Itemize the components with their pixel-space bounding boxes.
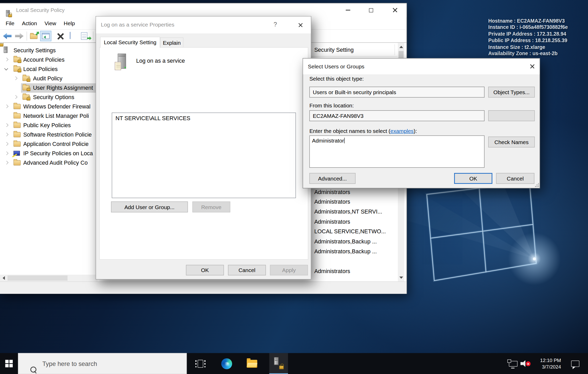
up-one-level-icon[interactable] — [30, 32, 39, 40]
info-hostname: Hostname : EC2AMAZ-FAN98V3 — [488, 18, 568, 24]
network-tray-icon[interactable] — [506, 353, 521, 374]
folder-icon — [14, 141, 21, 147]
help-button[interactable]: ? — [268, 16, 283, 33]
menu-view[interactable]: View — [41, 17, 60, 30]
horizontal-scrollbar[interactable] — [0, 275, 97, 281]
tree-item-windows-defender-firewall[interactable]: Windows Defender Firewal — [0, 102, 97, 111]
local-security-policy-taskbar-button[interactable] — [269, 353, 288, 374]
start-button[interactable] — [0, 353, 18, 374]
menu-file[interactable]: File — [2, 17, 18, 30]
app-icon — [6, 10, 12, 17]
add-user-or-group-button[interactable]: Add User or Group... — [111, 202, 188, 212]
menu-action[interactable]: Action — [18, 17, 41, 30]
menu-help[interactable]: Help — [60, 17, 79, 30]
scroll-down-button[interactable] — [398, 274, 404, 281]
folder-icon — [14, 160, 21, 165]
close-button[interactable] — [524, 59, 540, 74]
ok-button[interactable]: OK — [186, 265, 224, 275]
chevron-right-icon[interactable] — [5, 58, 8, 61]
export-list-icon[interactable] — [81, 32, 91, 40]
locations-button[interactable] — [488, 110, 535, 121]
chevron-right-icon[interactable] — [5, 151, 8, 155]
column-header-security-setting[interactable]: Security Setting — [314, 47, 354, 53]
properties-icon[interactable] — [70, 32, 70, 39]
forward-icon[interactable] — [15, 33, 24, 39]
object-names-textarea[interactable]: Administrator — [309, 136, 485, 168]
member-item[interactable]: NT SERVICE\ALL SERVICES — [115, 115, 190, 121]
tree-item-ip-security-policies[interactable]: IP Security Policies on Loca — [0, 149, 97, 158]
list-item[interactable]: Administrators — [314, 189, 350, 195]
cancel-button[interactable]: Cancel — [496, 173, 534, 184]
tree-item-software-restriction[interactable]: Software Restriction Policie — [0, 130, 97, 140]
action-center-button[interactable] — [567, 353, 583, 374]
object-types-button[interactable]: Object Types... — [488, 87, 535, 98]
minimize-button[interactable] — [339, 3, 357, 17]
ok-button[interactable]: OK — [454, 173, 492, 184]
chevron-right-icon[interactable] — [14, 76, 17, 80]
tree-item-advanced-audit-policy[interactable]: Advanced Audit Policy Co — [0, 158, 97, 168]
list-item[interactable]: Administrators,Backup ... — [314, 238, 377, 245]
toolbar-separator — [93, 31, 93, 41]
dialog-titlebar[interactable]: Log on as a service Properties ? — [96, 16, 311, 33]
column-divider[interactable] — [395, 44, 395, 55]
desktop: Hostname : EC2AMAZ-FAN98V3 Instance ID :… — [0, 0, 588, 374]
tab-explain[interactable]: Explain — [160, 37, 183, 47]
window-bottom-strip — [0, 281, 407, 294]
apply-button[interactable]: Apply — [270, 265, 308, 275]
edge-icon — [221, 358, 232, 369]
volume-tray-icon[interactable]: ✕ — [519, 353, 532, 374]
close-button[interactable] — [386, 3, 403, 17]
console-tree-pane: Security Settings Account Policies Local… — [0, 43, 97, 275]
chevron-right-icon[interactable] — [5, 105, 8, 108]
tree-item-application-control[interactable]: Application Control Policie — [0, 140, 97, 149]
scrollbar-thumb[interactable] — [8, 275, 68, 281]
window-titlebar[interactable]: Local Security Policy — [0, 3, 407, 17]
back-icon[interactable] — [3, 33, 12, 39]
tree-item-security-settings[interactable]: Security Settings — [0, 46, 97, 55]
chevron-right-icon[interactable] — [5, 161, 8, 164]
tree-item-account-policies[interactable]: Account Policies — [0, 55, 97, 65]
tree-item-audit-policy[interactable]: Audit Policy — [0, 74, 97, 83]
maximize-button[interactable] — [362, 3, 380, 17]
file-explorer-button[interactable] — [244, 353, 260, 374]
scroll-left-button[interactable] — [1, 275, 7, 281]
search-box[interactable]: Type here to search — [18, 353, 187, 374]
scroll-up-button[interactable] — [398, 43, 404, 50]
tree-item-user-rights-assignment[interactable]: User Rights Assignment — [0, 83, 97, 93]
members-listbox[interactable]: NT SERVICE\ALL SERVICES — [112, 113, 296, 198]
list-item[interactable]: Administrators,Backup ... — [314, 248, 377, 255]
list-item[interactable]: LOCAL SERVICE,NETWO... — [314, 228, 386, 235]
tree-item-local-policies[interactable]: Local Policies — [0, 65, 97, 74]
text-caret — [344, 138, 345, 143]
task-view-button[interactable] — [192, 353, 208, 374]
tree-item-security-options[interactable]: Security Options — [0, 93, 97, 102]
examples-link[interactable]: examples — [390, 128, 414, 134]
chevron-right-icon[interactable] — [5, 133, 8, 136]
tab-local-security-setting[interactable]: Local Security Setting — [100, 37, 160, 48]
remove-button[interactable]: Remove — [192, 202, 230, 212]
location-field[interactable]: EC2AMAZ-FAN98V3 — [309, 110, 485, 121]
mute-badge-icon: ✕ — [526, 361, 531, 366]
chevron-right-icon[interactable] — [5, 142, 8, 146]
list-item[interactable]: Administrators — [314, 218, 350, 225]
check-names-button[interactable]: Check Names — [488, 137, 535, 147]
cancel-button[interactable]: Cancel — [228, 265, 266, 275]
edge-button[interactable] — [218, 353, 235, 374]
tree-item-network-list-manager[interactable]: Network List Manager Poli — [0, 111, 97, 121]
list-item[interactable]: Administrators — [314, 268, 350, 274]
list-item[interactable]: Administrators,NT SERVI... — [314, 208, 382, 215]
clock-time: 12:10 PM — [540, 357, 561, 364]
tree-item-public-key-policies[interactable]: Public Key Policies — [0, 121, 97, 130]
dialog-titlebar[interactable]: Select Users or Groups — [303, 59, 540, 74]
object-names-label: Enter the object names to select (exampl… — [309, 128, 417, 134]
object-type-field[interactable]: Users or Built-in security principals — [309, 87, 485, 98]
show-console-tree-icon[interactable] — [40, 31, 51, 41]
chevron-right-icon[interactable] — [14, 95, 17, 99]
resize-grip[interactable] — [535, 183, 539, 187]
list-item[interactable]: Administrators — [314, 198, 350, 205]
advanced-button[interactable]: Advanced... — [309, 173, 355, 184]
clock[interactable]: 12:10 PM 3/7/2024 — [532, 353, 561, 374]
chevron-down-icon[interactable] — [4, 67, 8, 70]
chevron-right-icon[interactable] — [5, 123, 8, 127]
close-button[interactable] — [292, 16, 308, 33]
